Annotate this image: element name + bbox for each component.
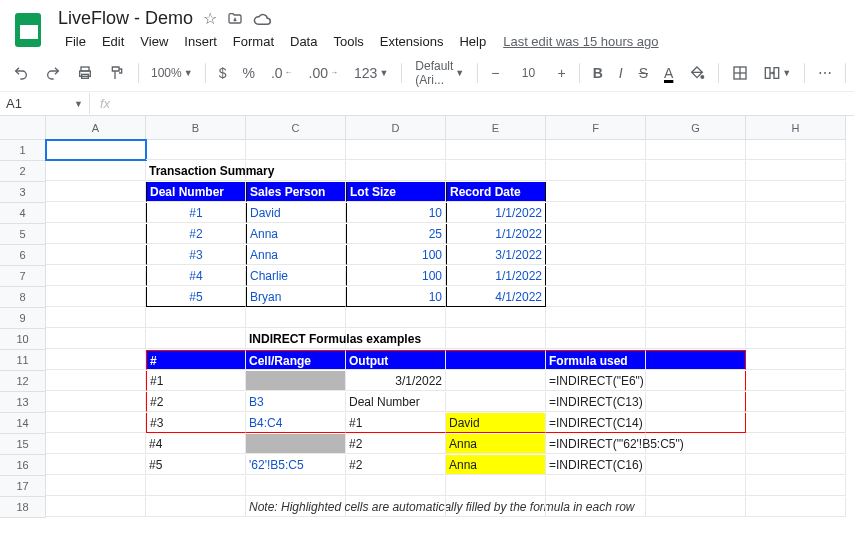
menu-view[interactable]: View xyxy=(133,31,175,52)
cell-D1[interactable] xyxy=(346,140,446,160)
menu-extensions[interactable]: Extensions xyxy=(373,31,451,52)
cell-H1[interactable] xyxy=(746,140,846,160)
cell-D16[interactable]: #2 xyxy=(346,455,446,475)
cell-E7[interactable]: 1/1/2022 xyxy=(446,266,546,286)
cell-F12[interactable]: =INDIRECT("E6") xyxy=(546,371,646,391)
col-header-F[interactable]: F xyxy=(546,116,646,140)
cell-B17[interactable] xyxy=(146,476,246,496)
paint-format-icon[interactable] xyxy=(104,61,130,85)
cell-E1[interactable] xyxy=(446,140,546,160)
cell-C15[interactable] xyxy=(246,434,346,454)
row-header-7[interactable]: 7 xyxy=(0,266,46,287)
cell-A1[interactable] xyxy=(46,140,146,160)
col-header-E[interactable]: E xyxy=(446,116,546,140)
cell-H4[interactable] xyxy=(746,203,846,223)
cell-D4[interactable]: 10 xyxy=(346,203,446,223)
row-header-2[interactable]: 2 xyxy=(0,161,46,182)
doc-name[interactable]: LiveFlow - Demo xyxy=(58,8,193,29)
cell-E16[interactable]: Anna xyxy=(446,455,546,475)
cell-H17[interactable] xyxy=(746,476,846,496)
cell-G1[interactable] xyxy=(646,140,746,160)
cell-A17[interactable] xyxy=(46,476,146,496)
cell-F17[interactable] xyxy=(546,476,646,496)
cell-H15[interactable] xyxy=(746,434,846,454)
cell-H8[interactable] xyxy=(746,287,846,307)
cell-C3[interactable]: Sales Person xyxy=(246,182,346,202)
zoom-dropdown[interactable]: 100% ▼ xyxy=(147,62,197,84)
text-color-icon[interactable]: A xyxy=(659,61,678,85)
cell-A7[interactable] xyxy=(46,266,146,286)
cell-B3[interactable]: Deal Number xyxy=(146,182,246,202)
bold-icon[interactable]: B xyxy=(588,61,608,85)
sheets-logo[interactable] xyxy=(8,10,48,50)
cell-B4[interactable]: #1 xyxy=(146,203,246,223)
cell-E10[interactable] xyxy=(446,329,546,349)
cell-B8[interactable]: #5 xyxy=(146,287,246,307)
cell-A13[interactable] xyxy=(46,392,146,412)
cell-E13[interactable] xyxy=(446,392,546,412)
more-formats-dropdown[interactable]: 123 ▼ xyxy=(349,61,393,85)
row-header-18[interactable]: 18 xyxy=(0,497,46,518)
cell-D12[interactable]: 3/1/2022 xyxy=(346,371,446,391)
cell-H11[interactable] xyxy=(746,350,846,370)
cell-F4[interactable] xyxy=(546,203,646,223)
cell-E18[interactable] xyxy=(446,497,546,517)
col-header-G[interactable]: G xyxy=(646,116,746,140)
cell-E9[interactable] xyxy=(446,308,546,328)
cell-A5[interactable] xyxy=(46,224,146,244)
cell-E12[interactable] xyxy=(446,371,546,391)
col-header-B[interactable]: B xyxy=(146,116,246,140)
cell-A2[interactable] xyxy=(46,161,146,181)
cell-F8[interactable] xyxy=(546,287,646,307)
menu-file[interactable]: File xyxy=(58,31,93,52)
cell-B16[interactable]: #5 xyxy=(146,455,246,475)
cell-F15[interactable]: =INDIRECT("'62'!B5:C5") xyxy=(546,434,646,454)
undo-icon[interactable] xyxy=(8,61,34,85)
font-dropdown[interactable]: Default (Ari... ▼ xyxy=(410,55,469,91)
cell-H5[interactable] xyxy=(746,224,846,244)
cell-G3[interactable] xyxy=(646,182,746,202)
cell-D15[interactable]: #2 xyxy=(346,434,446,454)
decrease-decimal-icon[interactable]: .0← xyxy=(266,61,298,85)
cell-H3[interactable] xyxy=(746,182,846,202)
cell-H16[interactable] xyxy=(746,455,846,475)
cell-D2[interactable] xyxy=(346,161,446,181)
cell-G18[interactable] xyxy=(646,497,746,517)
col-header-D[interactable]: D xyxy=(346,116,446,140)
cell-F11[interactable]: Formula used xyxy=(546,350,646,370)
cell-G16[interactable] xyxy=(646,455,746,475)
font-size-increase[interactable]: + xyxy=(552,61,570,85)
cell-C11[interactable]: Cell/Range xyxy=(246,350,346,370)
menu-data[interactable]: Data xyxy=(283,31,324,52)
cell-C13[interactable]: B3 xyxy=(246,392,346,412)
merge-dropdown[interactable]: ▼ xyxy=(759,62,796,84)
font-size-input[interactable]: 10 xyxy=(510,62,546,84)
cell-G6[interactable] xyxy=(646,245,746,265)
cell-C18[interactable]: Note: Highlighted cells are automaticall… xyxy=(246,497,346,517)
cell-E6[interactable]: 3/1/2022 xyxy=(446,245,546,265)
cell-G10[interactable] xyxy=(646,329,746,349)
cell-B15[interactable]: #4 xyxy=(146,434,246,454)
cell-A14[interactable] xyxy=(46,413,146,433)
cell-B11[interactable]: # xyxy=(146,350,246,370)
cell-C8[interactable]: Bryan xyxy=(246,287,346,307)
cell-D10[interactable] xyxy=(346,329,446,349)
cell-E4[interactable]: 1/1/2022 xyxy=(446,203,546,223)
cell-E2[interactable] xyxy=(446,161,546,181)
more-icon[interactable]: ⋯ xyxy=(813,61,837,85)
cell-G8[interactable] xyxy=(646,287,746,307)
cell-H13[interactable] xyxy=(746,392,846,412)
cell-F7[interactable] xyxy=(546,266,646,286)
cell-G7[interactable] xyxy=(646,266,746,286)
cell-E14[interactable]: David xyxy=(446,413,546,433)
menu-insert[interactable]: Insert xyxy=(177,31,224,52)
cell-H9[interactable] xyxy=(746,308,846,328)
cell-F13[interactable]: =INDIRECT(C13) xyxy=(546,392,646,412)
cell-C9[interactable] xyxy=(246,308,346,328)
cell-E3[interactable]: Record Date xyxy=(446,182,546,202)
row-header-15[interactable]: 15 xyxy=(0,434,46,455)
cell-F16[interactable]: =INDIRECT(C16) xyxy=(546,455,646,475)
cell-B6[interactable]: #3 xyxy=(146,245,246,265)
row-header-16[interactable]: 16 xyxy=(0,455,46,476)
cell-H10[interactable] xyxy=(746,329,846,349)
